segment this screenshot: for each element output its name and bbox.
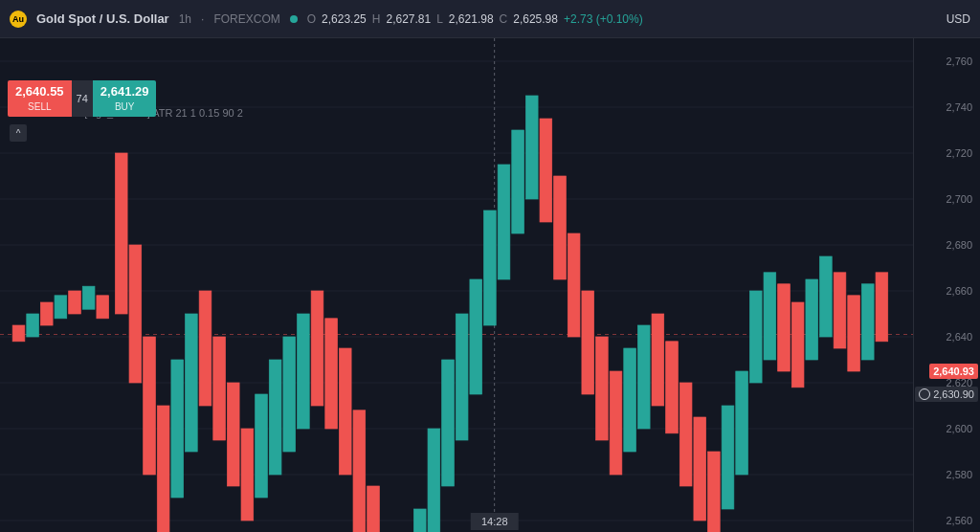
y-axis-label: 2,720: [946, 147, 972, 159]
change-value: +2.73 (+0.10%): [564, 12, 643, 26]
y-axis-label: 2,740: [946, 101, 972, 113]
timeframe: 1h: [179, 12, 191, 26]
buy-price: 2,641.29: [100, 84, 149, 100]
y-axis-label: 2,560: [946, 515, 972, 526]
close-label: C: [500, 12, 508, 26]
y-axis-label: 2,600: [946, 423, 972, 434]
ohlc-display: O 2,623.25 H 2,627.81 L 2,621.98 C 2,625…: [307, 12, 643, 26]
broker-name: FOREXCOM: [213, 12, 279, 26]
crosshair-icon: [919, 388, 930, 400]
y-axis-label: 2,580: [946, 469, 972, 480]
high-label: H: [372, 12, 381, 26]
trade-buttons: 2,640.55 SELL 74 2,641.29 BUY: [8, 80, 156, 117]
separator: ·: [201, 12, 204, 26]
buy-button[interactable]: 2,641.29 BUY: [93, 80, 157, 117]
sell-price: 2,640.55: [15, 84, 64, 100]
sell-button[interactable]: 2,640.55 SELL: [8, 80, 72, 117]
open-value: 2,623.25: [322, 12, 367, 26]
currency-selector[interactable]: USD: [947, 12, 970, 26]
chart-area[interactable]: 2,640.55 SELL 74 2,641.29 BUY Renko Cand…: [0, 38, 980, 532]
high-value: 2,627.81: [386, 12, 431, 26]
low-label: L: [436, 12, 443, 26]
y-axis-label: 2,640: [946, 331, 972, 343]
live-indicator: [290, 15, 298, 23]
spread-value: 74: [72, 80, 93, 117]
expand-button[interactable]: ^: [10, 124, 27, 142]
y-axis-label: 2,680: [946, 239, 972, 251]
crosshair-price-label: 2,630.90: [915, 387, 978, 402]
y-axis: 2,7602,7402,7202,7002,6802,6602,6402,620…: [913, 38, 980, 532]
buy-label: BUY: [100, 100, 149, 113]
header-right: USD: [947, 12, 970, 26]
open-label: O: [307, 12, 316, 26]
chart-header: Au Gold Spot / U.S. Dollar 1h · FOREXCOM…: [0, 0, 980, 38]
low-value: 2,621.98: [449, 12, 494, 26]
symbol-icon: Au: [10, 11, 27, 28]
y-axis-label: 2,760: [946, 55, 972, 67]
symbol-name: Gold Spot / U.S. Dollar: [36, 11, 169, 26]
close-value: 2,625.98: [513, 12, 558, 26]
y-axis-label: 2,700: [946, 193, 972, 205]
sell-label: SELL: [15, 100, 64, 113]
current-price-label: 2,640.93: [929, 364, 978, 379]
y-axis-label: 2,660: [946, 285, 972, 297]
